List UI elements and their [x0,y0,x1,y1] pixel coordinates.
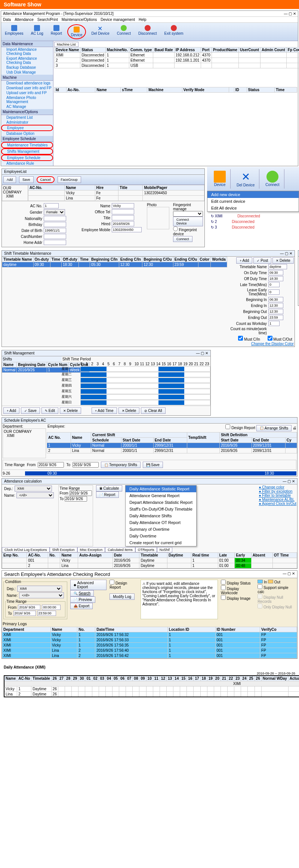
menu-help[interactable]: Help [139,18,147,22]
btn-report[interactable]: 📄 Report [96,492,119,498]
mobile-input[interactable] [112,227,142,232]
si-sm[interactable]: Shifts Management [1,148,53,155]
cb-ds[interactable] [221,580,226,585]
si-dept[interactable]: Department List [1,115,53,120]
btn-save[interactable]: Save [19,176,34,183]
calc-name[interactable]: <All> [16,492,54,498]
tb-device[interactable]: Device [67,24,86,39]
sm-save[interactable]: ✓ Save [21,407,40,414]
btn-search[interactable]: 🔍 Search [70,590,94,596]
tb-employees[interactable]: Employees [3,24,25,39]
tb-exit[interactable]: Exit system [162,24,186,39]
btn-mod[interactable]: Modify Log [110,593,135,600]
btn-connect2[interactable]: Connect [173,236,192,242]
cb-des[interactable] [110,580,114,585]
ctx-add[interactable]: Add new device [207,191,299,198]
si-downlogs[interactable]: Download attendance logs [1,81,53,86]
si-acmanage[interactable]: AC Manage [1,104,53,109]
si-upuser[interactable]: Upload user info and FP [1,90,53,95]
s-name[interactable]: <All> [19,592,64,598]
si-tt[interactable]: Maintenance Timetables [1,142,53,148]
change-color-link[interactable]: Change the Display Color [228,342,294,346]
f-bo[interactable] [268,309,283,314]
name-input[interactable] [112,203,134,208]
ctx-edit[interactable]: Edit current device [207,198,299,205]
ctx-editall[interactable]: Edit All device [207,205,299,211]
menu-maintenance[interactable]: Maintenance/Options [62,18,97,22]
btn-exp[interactable]: 📤 Export [70,603,93,609]
btn-facegroup[interactable]: FaceGroup [58,176,81,183]
f-ei[interactable] [268,303,283,308]
btn-calc[interactable]: 🖩 Calculate [96,485,123,492]
menu-data[interactable]: Data [3,18,11,22]
menubar[interactable]: Data Attendance Search/Print Maintenance… [1,17,298,23]
btn-tt-post[interactable]: ✓ Post [253,257,271,264]
f-eo[interactable] [268,315,283,320]
big-connect[interactable]: Connect [261,169,284,189]
si-ar[interactable]: Attendance Rule [1,161,53,166]
s-to-d[interactable] [13,611,36,616]
sm-addt[interactable]: + Add Time [92,407,117,414]
big-deldevice[interactable]: ✕Del Device [232,169,259,189]
menu-device[interactable]: Device management [101,18,135,22]
gender-select[interactable]: Female [44,209,65,215]
cb-co[interactable] [268,336,272,341]
report-menu[interactable]: Daily Attendance Statistic ReportAttenda… [125,485,197,546]
si-downuser[interactable]: Download user info and FP [1,86,53,90]
sm-edit[interactable]: ✎ Edit [41,407,58,414]
s-to-t[interactable] [37,611,56,616]
menu-search[interactable]: Search/Print [37,18,58,22]
dept-tree[interactable]: OUR COMPANYXIMI [3,428,46,458]
f-off[interactable] [268,276,283,281]
si-employee[interactable]: Employee [1,125,53,131]
f-bi[interactable] [268,297,283,302]
tb-aclog[interactable]: AC Log [28,24,45,39]
birth-input[interactable] [44,222,66,227]
s-from-d[interactable] [18,605,40,610]
menu-attendance[interactable]: Attendance [15,18,34,22]
hired-input[interactable] [112,221,134,226]
acno-input[interactable] [44,203,59,208]
si-admin[interactable]: Administrator [1,120,53,125]
f-leave[interactable] [268,289,280,295]
btn-arrange[interactable]: 📋 Arrange Shifts [256,425,292,431]
home-input[interactable] [44,240,66,245]
tab-machine-list[interactable]: Machine List [54,42,78,47]
f-on[interactable] [268,270,283,275]
cb-dw[interactable] [221,585,226,590]
f-late[interactable] [268,282,280,287]
si-import[interactable]: Import Attendance Checking Data [1,47,53,56]
si-db[interactable]: Database Option [1,131,53,136]
device-context-menu[interactable]: Add new device Edit current device Edit … [207,191,299,212]
calc-to[interactable] [65,496,87,502]
company-tree[interactable]: OUR COMPANY XIMI [2,185,28,201]
f-tn[interactable] [268,264,287,269]
s-from-t[interactable] [42,605,61,610]
tb-deldevice[interactable]: ✕Del Device [89,24,111,39]
nat-input[interactable] [44,216,66,221]
sm-del[interactable]: ✕ Delete [60,407,81,414]
btn-temp[interactable]: 📋 Temporary Shifts [101,462,141,468]
si-usb[interactable]: Usb Disk Manage [1,70,53,75]
tb-connect[interactable]: Connect [115,24,133,39]
btn-connect-device[interactable]: Connect Device [173,217,203,226]
btn-cancel[interactable]: Cancel [37,176,55,183]
calc-from[interactable] [70,490,92,496]
cb-ci[interactable] [238,336,243,341]
cb-ssc[interactable] [258,584,262,589]
cb-di[interactable] [221,595,226,600]
big-device[interactable]: Device [209,169,231,189]
otel-input[interactable] [112,209,134,214]
calc-dep[interactable]: XIMI [15,486,52,492]
btn-tt-add[interactable]: + Add [236,257,252,264]
si-export[interactable]: Export Attendance Checking Data [1,56,53,65]
tr-from[interactable] [38,462,64,468]
sm-clear[interactable]: ⊘ Clear All [141,407,165,414]
f-wk[interactable] [268,321,280,326]
tr-to[interactable] [73,462,99,468]
btn-adv[interactable]: ◆ Advanced Export [70,580,107,590]
btn-add[interactable]: Add [3,176,16,183]
si-backup[interactable]: Backup Database [1,65,53,70]
sm-add[interactable]: + Add [3,407,19,414]
si-photo[interactable]: Attendance Photo Management [1,95,53,104]
